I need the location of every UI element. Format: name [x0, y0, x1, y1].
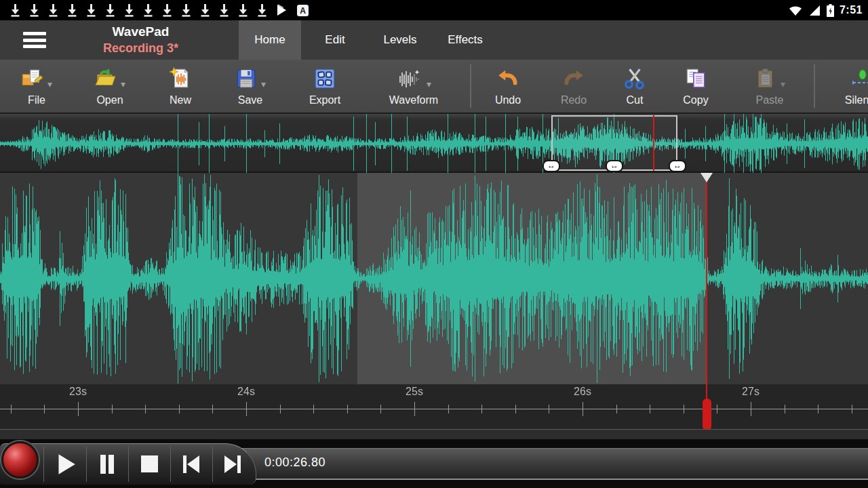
- export-button[interactable]: Export: [294, 64, 355, 111]
- waveform-label: Waveform: [376, 94, 451, 106]
- timeline-ruler[interactable]: 23s 24s 25s 26s 27s: [0, 384, 868, 439]
- copy-label: Copy: [665, 94, 726, 106]
- download-icon: [47, 3, 59, 17]
- open-label: Open: [77, 94, 142, 106]
- redo-button[interactable]: Redo: [543, 64, 604, 111]
- open-button[interactable]: ▾ Open: [77, 64, 142, 111]
- paste-label: Paste: [737, 94, 802, 106]
- download-icon: [28, 3, 40, 17]
- overview-waveform-canvas[interactable]: [0, 114, 868, 173]
- paste-button[interactable]: ▾ Paste: [737, 64, 802, 111]
- selection-move-handle[interactable]: ↔: [606, 160, 623, 172]
- playhead-line[interactable]: [706, 173, 707, 384]
- undo-button[interactable]: Undo: [477, 64, 538, 111]
- ribbon-tabs: Home Edit Levels Effects: [239, 20, 499, 60]
- menu-icon[interactable]: [23, 32, 46, 48]
- tab-effects[interactable]: Effects: [431, 20, 499, 60]
- wavepad-app: A 7:51 WavePad Recording 3* Home Edit Le…: [0, 0, 868, 488]
- cut-button[interactable]: Cut: [604, 64, 665, 111]
- system-status-icons: 7:51: [788, 3, 868, 18]
- time-label: 23s: [69, 386, 87, 398]
- tab-edit[interactable]: Edit: [301, 20, 369, 60]
- open-icon: [94, 67, 117, 90]
- button-separator: [128, 447, 129, 482]
- file-button[interactable]: ▾ File: [4, 64, 69, 111]
- silence-label: Silence: [835, 94, 868, 106]
- transport-bar: 0:00:26.80: [0, 439, 868, 488]
- wifi-icon: [788, 3, 803, 17]
- save-icon: [235, 67, 258, 90]
- ruler-playhead-marker[interactable]: [703, 399, 711, 429]
- new-label: New: [150, 94, 211, 106]
- button-separator: [86, 447, 87, 482]
- download-icon: [104, 3, 116, 17]
- silence-icon: [851, 68, 868, 89]
- file-icon: [21, 67, 44, 90]
- download-icon: [66, 3, 78, 17]
- skip-end-icon: [221, 451, 244, 477]
- skip-to-end-button[interactable]: [217, 449, 248, 479]
- clock: 7:51: [840, 4, 863, 16]
- app-title: WavePad: [75, 23, 207, 41]
- download-icon: [85, 3, 97, 17]
- silence-button[interactable]: Silence: [835, 64, 868, 111]
- cell-signal-icon: [808, 3, 821, 17]
- time-label: 25s: [406, 386, 423, 398]
- ribbon-toolbar: ▾ File ▾ Open New ▾ Save: [0, 60, 868, 114]
- redo-icon: [562, 67, 585, 90]
- cut-label: Cut: [604, 94, 665, 106]
- chevron-down-icon: ▾: [121, 79, 125, 94]
- main-waveform-canvas[interactable]: [0, 173, 868, 384]
- selection-left-handle[interactable]: ↔: [542, 160, 560, 172]
- paste-icon: [754, 67, 777, 90]
- export-icon: [313, 67, 336, 90]
- title-block: WavePad Recording 3*: [75, 23, 207, 56]
- download-icon: [199, 3, 211, 17]
- document-title: Recording 3*: [75, 41, 207, 56]
- download-icon: [218, 3, 230, 17]
- chevron-down-icon: ▾: [781, 79, 785, 94]
- play-button[interactable]: [50, 449, 81, 479]
- button-separator: [43, 447, 44, 482]
- download-icon: [123, 3, 135, 17]
- save-label: Save: [218, 94, 283, 106]
- chevron-down-icon: ▾: [47, 79, 52, 94]
- chevron-down-icon: ▾: [261, 79, 266, 94]
- skip-to-start-button[interactable]: [176, 449, 207, 479]
- download-icon: [256, 3, 268, 17]
- selection-right-handle[interactable]: ↔: [669, 160, 686, 172]
- waveform-button[interactable]: ▾ Waveform: [376, 64, 451, 111]
- time-label: 24s: [237, 386, 255, 398]
- save-button[interactable]: ▾ Save: [218, 64, 283, 111]
- pause-icon: [96, 451, 119, 477]
- undo-icon: [496, 67, 519, 90]
- toolbar-separator: [814, 64, 815, 108]
- chevron-down-icon: ▾: [427, 79, 431, 94]
- play-icon: [53, 451, 77, 477]
- android-status-bar: A 7:51: [0, 0, 868, 20]
- copy-button[interactable]: Copy: [665, 64, 726, 111]
- overview-waveform-strip[interactable]: ↔ ↔ ↔: [0, 114, 868, 173]
- button-separator: [212, 447, 213, 482]
- main-waveform-view[interactable]: [0, 173, 868, 384]
- stop-icon: [138, 451, 161, 477]
- playhead-cap-icon[interactable]: [701, 173, 713, 182]
- tab-levels[interactable]: Levels: [369, 20, 431, 60]
- cut-icon: [623, 67, 646, 90]
- tab-home[interactable]: Home: [239, 20, 301, 60]
- stop-button[interactable]: [134, 449, 165, 479]
- time-label: 26s: [574, 386, 591, 398]
- waveform-icon: [396, 68, 423, 89]
- battery-charging-icon: [826, 3, 835, 18]
- download-icon: [237, 3, 249, 17]
- record-button[interactable]: [1, 441, 39, 479]
- a-box-icon: A: [296, 4, 309, 17]
- playback-time: 0:00:26.80: [264, 455, 326, 470]
- pause-button[interactable]: [92, 449, 123, 479]
- new-icon: [169, 67, 192, 90]
- new-button[interactable]: New: [150, 64, 211, 111]
- play-store-icon: [275, 3, 289, 17]
- button-separator: [170, 447, 171, 482]
- redo-label: Redo: [543, 94, 604, 106]
- download-icon: [180, 3, 192, 17]
